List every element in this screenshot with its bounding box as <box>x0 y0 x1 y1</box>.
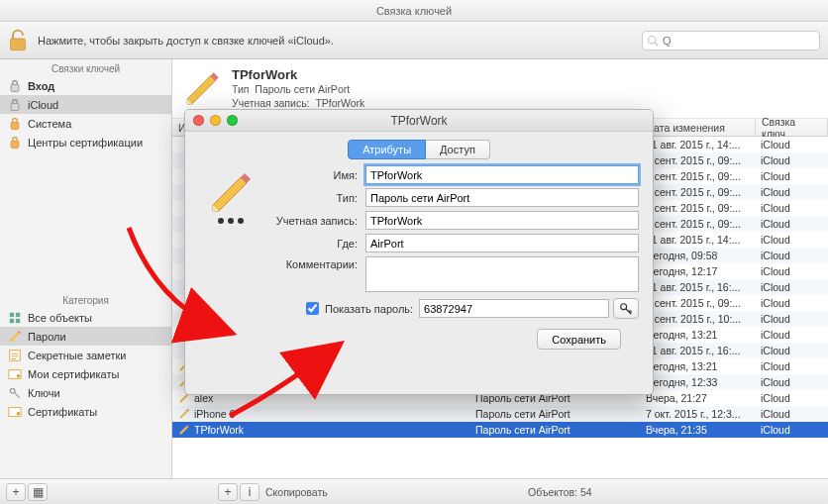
svg-marker-11 <box>10 332 20 342</box>
field-comments[interactable] <box>365 256 639 292</box>
sidebar-item[interactable]: Секретные заметки <box>0 346 171 364</box>
label-show-password: Показать пароль: <box>325 303 413 315</box>
lock-icon <box>8 79 22 93</box>
svg-rect-8 <box>16 312 20 316</box>
row-chain: iCloud <box>755 376 828 388</box>
sidebar-item-label: Сертификаты <box>28 406 97 418</box>
svg-marker-26 <box>180 394 189 403</box>
add-item-button[interactable]: + <box>218 483 238 501</box>
table-row[interactable]: iPhone 6Пароль сети AirPort7 окт. 2015 г… <box>172 406 828 422</box>
svg-point-35 <box>218 218 224 224</box>
add-button[interactable]: + <box>6 483 26 501</box>
svg-point-37 <box>238 218 244 224</box>
row-chain: iCloud <box>755 154 828 166</box>
svg-rect-9 <box>10 318 14 322</box>
sidebar-item[interactable]: iCloud <box>0 95 171 114</box>
attributes-dialog: TPforWork Атрибуты Доступ Имя: Тип: Учет… <box>184 109 654 395</box>
pencil-icon <box>178 424 190 436</box>
dialog-title: TPforWork <box>185 110 653 132</box>
svg-point-18 <box>17 412 21 416</box>
sidebar-item[interactable]: Система <box>0 114 171 133</box>
lock-open-icon <box>8 98 22 112</box>
close-icon[interactable] <box>193 115 204 126</box>
search-input[interactable] <box>663 35 815 47</box>
row-date: Вчера, 21:27 <box>640 392 755 404</box>
svg-point-16 <box>10 388 15 393</box>
window-title: Связка ключей <box>0 0 828 22</box>
col-chain[interactable]: Связка ключ <box>756 119 828 136</box>
sidebar-item-label: Все объекты <box>28 312 92 324</box>
row-name: iPhone 6 <box>194 408 235 420</box>
row-date: 5 сент. 2015 г., 09:... <box>640 218 755 230</box>
row-date: Сегодня, 12:17 <box>640 265 755 277</box>
grid-button[interactable]: ▦ <box>28 483 48 501</box>
sidebar-item[interactable]: Сертификаты <box>0 402 171 421</box>
objects-label: Объектов: <box>528 486 577 498</box>
label-account: Учетная запись: <box>262 215 365 227</box>
row-date: Сегодня, 13:21 <box>640 360 755 372</box>
row-date: Вчера, 21:35 <box>640 424 755 436</box>
field-name[interactable] <box>365 165 639 184</box>
field-account[interactable] <box>365 211 639 230</box>
field-type[interactable] <box>365 188 639 207</box>
key-button[interactable] <box>613 298 639 319</box>
sidebar-item[interactable]: Пароли <box>0 327 171 346</box>
row-kind: Пароль сети AirPort <box>469 424 640 436</box>
svg-marker-19 <box>187 75 215 103</box>
row-date: 9 сент. 2015 г., 10:... <box>640 313 755 325</box>
objects-count: 54 <box>580 486 592 498</box>
sidebar-item[interactable]: Все объекты <box>0 308 171 327</box>
lock-open-icon[interactable] <box>8 29 28 52</box>
row-date: 5 сент. 2015 г., 09:... <box>640 202 755 214</box>
row-date: 5 сент. 2015 г., 09:... <box>640 154 755 166</box>
row-name: TPforWork <box>194 424 244 436</box>
pencil-icon <box>8 330 22 344</box>
zoom-icon[interactable] <box>227 115 238 126</box>
sidebar-item-label: Вход <box>28 80 54 92</box>
row-chain: iCloud <box>755 424 828 436</box>
sidebar-item[interactable]: Центры сертификации <box>0 133 171 151</box>
row-chain: iCloud <box>755 202 828 214</box>
show-password-checkbox[interactable] <box>306 302 319 315</box>
svg-marker-30 <box>180 426 189 435</box>
search-field[interactable] <box>642 31 820 50</box>
col-date[interactable]: Дата изменения <box>641 119 756 136</box>
note-icon <box>8 349 22 362</box>
sidebar-header-category: Категория <box>0 291 171 308</box>
row-chain: iCloud <box>755 345 828 356</box>
row-date: 5 сент. 2015 г., 09:... <box>640 297 755 309</box>
sidebar-item[interactable]: Мои сертификаты <box>0 364 171 383</box>
field-where[interactable] <box>365 234 639 252</box>
row-chain: iCloud <box>755 218 828 230</box>
tab-access[interactable]: Доступ <box>426 140 490 159</box>
svg-point-38 <box>621 303 627 309</box>
sidebar-item[interactable]: Вход <box>0 76 171 95</box>
label-name: Имя: <box>262 169 365 181</box>
row-date: Сегодня, 12:33 <box>640 376 755 388</box>
save-button[interactable]: Сохранить <box>537 329 621 350</box>
row-date: 5 сент. 2015 г., 09:... <box>640 170 755 182</box>
key-icon <box>619 302 633 316</box>
label-where: Где: <box>262 238 365 250</box>
row-date: 31 авг. 2015 г., 16:... <box>640 281 755 293</box>
row-chain: iCloud <box>755 360 828 372</box>
sidebar-item-label: Секретные заметки <box>28 350 126 361</box>
svg-marker-28 <box>180 410 189 419</box>
table-row[interactable]: TPforWorkПароль сети AirPortВчера, 21:35… <box>172 422 828 438</box>
row-chain: iCloud <box>755 329 828 341</box>
sidebar-item[interactable]: Ключи <box>0 383 171 402</box>
row-date: Сегодня, 09:58 <box>640 250 755 261</box>
row-chain: iCloud <box>755 265 828 277</box>
label-type: Тип: <box>262 192 365 204</box>
info-button[interactable]: i <box>240 483 259 501</box>
tab-attributes[interactable]: Атрибуты <box>348 140 426 159</box>
field-password[interactable] <box>419 299 609 318</box>
copy-button[interactable]: Скопировать <box>265 486 328 498</box>
row-kind: Пароль сети AirPort <box>469 408 640 420</box>
svg-rect-4 <box>11 103 19 110</box>
svg-rect-0 <box>10 38 25 50</box>
all-icon <box>8 311 22 325</box>
svg-line-2 <box>655 43 658 46</box>
tab-bar: Атрибуты Доступ <box>185 132 653 165</box>
minimize-icon[interactable] <box>210 115 221 126</box>
